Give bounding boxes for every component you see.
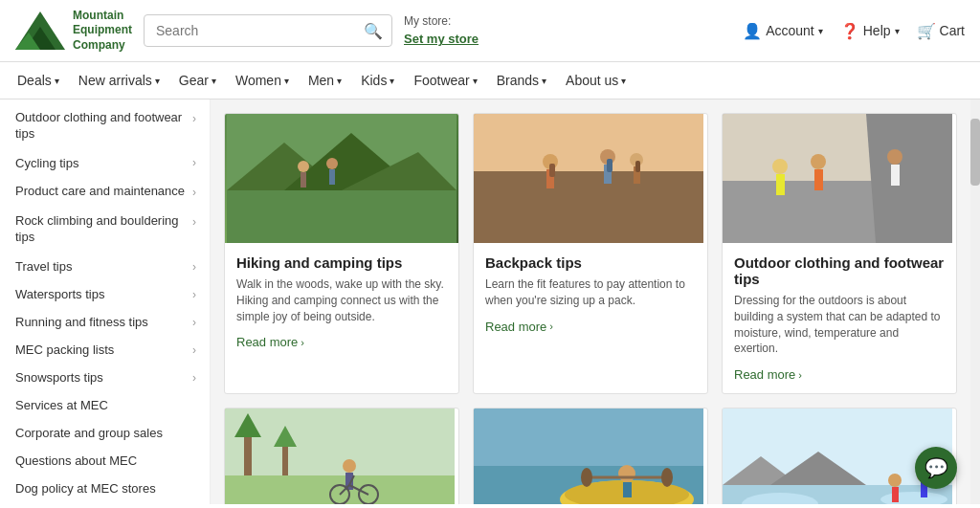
sidebar-link-services[interactable]: Services at MEC xyxy=(0,391,210,419)
read-more-link[interactable]: Read more› xyxy=(485,320,553,334)
read-more-link[interactable]: Read more› xyxy=(236,335,304,349)
sidebar-item-running-fitness[interactable]: Running and fitness tips › xyxy=(0,308,210,336)
gear-caret: ▾ xyxy=(212,76,216,86)
help-action[interactable]: ❓ Help ▾ xyxy=(840,22,900,40)
scrollbar-track[interactable] xyxy=(970,99,980,504)
header-actions: 👤 Account ▾ ❓ Help ▾ 🛒 Cart xyxy=(743,22,965,40)
brands-caret: ▾ xyxy=(542,76,546,86)
svg-point-28 xyxy=(772,159,788,174)
sidebar: Outdoor clothing and footwear tips › Cyc… xyxy=(0,99,211,504)
nav-item-brands[interactable]: Brands▾ xyxy=(487,62,556,99)
sidebar-item-product-care[interactable]: Product care and maintenance › xyxy=(0,177,210,208)
chat-button[interactable]: 💬 xyxy=(915,447,957,489)
card-img-cycling xyxy=(225,409,458,504)
svg-point-8 xyxy=(298,161,309,172)
search-input[interactable] xyxy=(144,14,392,47)
help-caret: ▾ xyxy=(895,26,900,36)
arrow-icon: › xyxy=(192,371,196,385)
sidebar-item-mec-packing[interactable]: MEC packing lists › xyxy=(0,336,210,364)
card-title: Outdoor clothing and footwear tips xyxy=(734,254,945,287)
nav-item-new-arrivals[interactable]: New arrivals▾ xyxy=(69,62,169,99)
svg-rect-31 xyxy=(814,169,823,190)
nav-item-about-us[interactable]: About us▾ xyxy=(556,62,635,99)
arrow-icon: › xyxy=(192,343,196,357)
arrow-icon: › xyxy=(192,186,196,201)
svg-rect-68 xyxy=(892,487,899,502)
set-store-link[interactable]: Set my store xyxy=(404,30,479,49)
arrow-icon: › xyxy=(192,112,196,127)
cart-action[interactable]: 🛒 Cart xyxy=(917,22,965,40)
arrow-icon: › xyxy=(192,156,196,169)
nav-item-deals[interactable]: Deals▾ xyxy=(8,62,69,99)
cards-grid: Hiking and camping tips Walk in the wood… xyxy=(224,113,957,504)
help-label: Help xyxy=(863,23,891,38)
sidebar-link-questions[interactable]: Questions about MEC xyxy=(0,447,210,475)
sidebar-link-corporate[interactable]: Corporate and group sales xyxy=(0,419,210,447)
read-more-link[interactable]: Read more› xyxy=(734,367,802,382)
card-description: Learn the fit features to pay attention … xyxy=(485,276,696,309)
nav-item-men[interactable]: Men▾ xyxy=(299,62,351,99)
account-label: Account xyxy=(766,23,814,38)
svg-point-55 xyxy=(581,468,592,487)
cart-label: Cart xyxy=(940,23,965,38)
cart-icon: 🛒 xyxy=(917,22,936,40)
svg-point-30 xyxy=(811,154,826,169)
chevron-right-icon: › xyxy=(798,369,802,381)
card-img-hiking xyxy=(225,114,458,243)
card-title: Backpack tips xyxy=(485,254,696,271)
help-icon: ❓ xyxy=(840,22,859,40)
card-body-hiking: Hiking and camping tips Walk in the wood… xyxy=(225,243,458,361)
svg-point-67 xyxy=(888,474,902,487)
svg-marker-27 xyxy=(866,114,952,243)
sidebar-item-outdoor-clothing[interactable]: Outdoor clothing and footwear tips › xyxy=(0,103,210,149)
card-backpack: Backpack tips Learn the fit features to … xyxy=(473,113,708,394)
outdoor-image-svg xyxy=(723,114,952,243)
svg-rect-13 xyxy=(474,171,703,243)
content-area: Hiking and camping tips Walk in the wood… xyxy=(211,99,970,504)
account-action[interactable]: 👤 Account ▾ xyxy=(743,22,823,40)
cycling-image-svg xyxy=(225,409,455,504)
logo-icon xyxy=(15,8,65,54)
sidebar-link-login-issues[interactable]: Login issues xyxy=(0,502,210,504)
nav-item-gear[interactable]: Gear▾ xyxy=(169,62,226,99)
nav-item-women[interactable]: Women▾ xyxy=(226,62,299,99)
main-layout: Outdoor clothing and footwear tips › Cyc… xyxy=(0,99,980,504)
store-label: My store: xyxy=(404,12,479,30)
deals-caret: ▾ xyxy=(55,76,59,86)
svg-rect-49 xyxy=(474,409,703,466)
svg-point-56 xyxy=(661,468,673,487)
sidebar-item-rock-climbing[interactable]: Rock climbing and bouldering tips › xyxy=(0,207,210,253)
sidebar-item-watersports[interactable]: Watersports tips › xyxy=(0,280,210,308)
arrow-icon: › xyxy=(192,260,196,274)
sidebar-link-dog-policy[interactable]: Dog policy at MEC stores xyxy=(0,475,210,502)
card-outdoor: Outdoor clothing and footwear tips Dress… xyxy=(722,113,957,394)
nav-item-footwear[interactable]: Footwear▾ xyxy=(404,62,486,99)
svg-rect-53 xyxy=(623,482,632,497)
svg-rect-23 xyxy=(635,161,640,172)
new-arrivals-caret: ▾ xyxy=(155,76,160,86)
sidebar-item-travel-tips[interactable]: Travel tips › xyxy=(0,253,210,280)
svg-rect-17 xyxy=(549,164,555,177)
logo-text: MountainEquipmentCompany xyxy=(73,9,132,54)
card-hiking: Hiking and camping tips Walk in the wood… xyxy=(224,113,459,394)
card-description: Walk in the woods, wake up with the sky.… xyxy=(236,276,447,324)
search-icon[interactable]: 🔍 xyxy=(364,22,383,40)
svg-rect-37 xyxy=(244,437,252,475)
sidebar-item-cycling-tips[interactable]: Cycling tips › xyxy=(0,149,210,177)
card-body-outdoor: Outdoor clothing and footwear tips Dress… xyxy=(723,243,956,393)
men-caret: ▾ xyxy=(337,76,342,86)
svg-point-32 xyxy=(887,149,902,165)
about-us-caret: ▾ xyxy=(621,76,626,86)
hiking-image-svg xyxy=(227,114,457,243)
card-img-outdoor xyxy=(723,114,956,243)
svg-rect-4 xyxy=(227,190,457,243)
card-cycling: Cycling tips Find a bike, fall in love a… xyxy=(224,408,459,504)
sidebar-item-snowsports[interactable]: Snowsports tips › xyxy=(0,364,210,391)
store-info: My store: Set my store xyxy=(404,12,479,49)
chat-icon: 💬 xyxy=(924,456,948,479)
scrollbar-thumb[interactable] xyxy=(970,119,980,186)
logo-area[interactable]: MountainEquipmentCompany xyxy=(15,8,132,54)
svg-rect-33 xyxy=(891,165,900,186)
nav-item-kids[interactable]: Kids▾ xyxy=(351,62,404,99)
svg-rect-20 xyxy=(607,159,612,172)
